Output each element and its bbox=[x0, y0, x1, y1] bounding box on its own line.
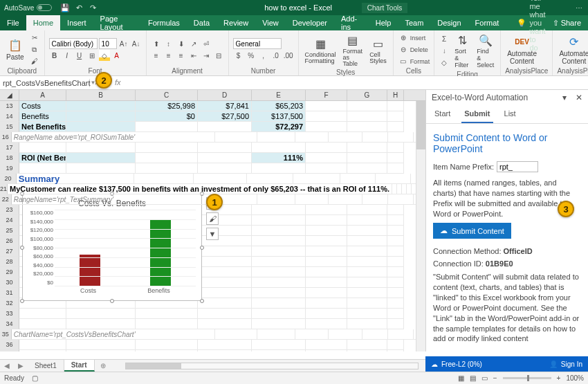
zoom-in-icon[interactable]: + bbox=[557, 374, 561, 382]
autosum-icon[interactable]: Σ bbox=[439, 34, 450, 45]
font-color-icon[interactable]: A bbox=[111, 50, 122, 61]
taskpane-close-icon[interactable]: ✕ bbox=[576, 93, 582, 102]
fill-color-icon[interactable]: ◇ bbox=[99, 50, 110, 61]
wrap-text-icon[interactable]: ⏎ bbox=[201, 38, 212, 49]
increase-decimal-icon[interactable]: .0 bbox=[270, 50, 282, 61]
fill-icon[interactable]: ↓ bbox=[439, 46, 450, 57]
plan-info[interactable]: ☁Free-L2 (0%) bbox=[431, 360, 482, 368]
decrease-decimal-icon[interactable]: .00 bbox=[283, 50, 294, 61]
chart-plot-area[interactable]: $160,000$140,000$120,000$100,000$80,000$… bbox=[23, 210, 201, 286]
shrink-font-icon[interactable]: A↓ bbox=[131, 38, 142, 49]
col-header[interactable]: F bbox=[306, 90, 347, 100]
col-header[interactable]: H bbox=[387, 90, 404, 100]
worksheet-area[interactable]: ◢ A B C D E F G H 13Costs$25,998$7,841$6… bbox=[0, 90, 425, 351]
comma-icon[interactable]: , bbox=[258, 50, 269, 61]
sort-filter-button[interactable]: ⇅Sort & Filter bbox=[452, 32, 472, 71]
view-page-layout-icon[interactable]: ▤ bbox=[470, 374, 476, 382]
sheet-tab-start[interactable]: Start bbox=[64, 360, 95, 372]
format-painter-icon[interactable]: 🖌 bbox=[29, 56, 40, 67]
prefix-input[interactable] bbox=[497, 161, 538, 172]
sheet-nav-next[interactable]: ▶ bbox=[14, 362, 28, 369]
grow-font-icon[interactable]: A↑ bbox=[118, 38, 129, 49]
chart-bar-costs[interactable] bbox=[80, 255, 100, 286]
align-middle-icon[interactable]: ↕ bbox=[163, 38, 174, 49]
zoom-level[interactable]: 100% bbox=[566, 374, 584, 382]
formula-input[interactable] bbox=[125, 79, 588, 87]
format-as-table-button[interactable]: ▤Format as Table bbox=[341, 32, 365, 68]
chart-filters-button[interactable]: ▼ bbox=[206, 228, 219, 240]
taskpane-menu-icon[interactable]: ▾ bbox=[562, 93, 567, 102]
percent-icon[interactable]: % bbox=[246, 50, 257, 61]
autosave-toggle[interactable]: AutoSave bbox=[0, 4, 56, 12]
tab-format[interactable]: Format bbox=[468, 15, 506, 30]
vertical-scrollbar[interactable] bbox=[416, 101, 425, 351]
format-cells-button[interactable]: ▭Format bbox=[398, 56, 430, 67]
tab-home[interactable]: Home bbox=[26, 15, 60, 30]
macro-record-icon[interactable]: ▢ bbox=[32, 374, 38, 382]
ribbon-options-icon[interactable]: ⋯ bbox=[570, 4, 588, 12]
merge-icon[interactable]: ⊟ bbox=[213, 50, 224, 61]
cut-icon[interactable]: ✂ bbox=[29, 33, 40, 44]
automate-content-button-1[interactable]: DEV AutomateContent bbox=[505, 33, 539, 66]
fx-icon[interactable]: fx bbox=[115, 78, 121, 87]
orientation-icon[interactable]: ↗ bbox=[188, 38, 199, 49]
copy-icon[interactable]: ⧉ bbox=[29, 44, 40, 55]
align-right-icon[interactable]: ≡ bbox=[176, 50, 187, 61]
clear-icon[interactable]: ◇ bbox=[439, 57, 450, 68]
underline-button[interactable]: U bbox=[74, 50, 85, 61]
number-format-select[interactable] bbox=[233, 38, 282, 49]
align-left-icon[interactable]: ≡ bbox=[151, 50, 162, 61]
align-center-icon[interactable]: ≡ bbox=[163, 50, 174, 61]
automate-content-button-2[interactable]: ⟳ AutomateContent bbox=[557, 33, 588, 66]
currency-icon[interactable]: $ bbox=[233, 50, 244, 61]
tab-help[interactable]: Help bbox=[369, 15, 398, 30]
view-normal-icon[interactable]: ▦ bbox=[458, 374, 464, 382]
tp-tab-list[interactable]: List bbox=[502, 105, 519, 123]
tab-design[interactable]: Design bbox=[430, 15, 468, 30]
zoom-out-icon[interactable]: − bbox=[493, 374, 497, 382]
view-page-break-icon[interactable]: ▭ bbox=[481, 374, 488, 382]
tab-review[interactable]: Review bbox=[217, 15, 255, 30]
col-header[interactable]: G bbox=[347, 90, 387, 100]
col-header[interactable]: E bbox=[252, 90, 306, 100]
decrease-indent-icon[interactable]: ⇤ bbox=[188, 50, 199, 61]
save-icon[interactable]: 💾 bbox=[60, 3, 70, 12]
tab-view[interactable]: View bbox=[255, 15, 286, 30]
tab-file[interactable]: File bbox=[0, 15, 26, 30]
chart-costs-vs-benefits[interactable]: Costs Vs. Benefits $160,000$140,000$120,… bbox=[22, 194, 202, 301]
align-top-icon[interactable]: ⬆ bbox=[151, 38, 162, 49]
redo-icon[interactable]: ↷ bbox=[88, 3, 98, 12]
tab-page-layout[interactable]: Page Layout bbox=[93, 15, 141, 30]
chart-styles-button[interactable]: 🖌 bbox=[206, 212, 219, 225]
align-bottom-icon[interactable]: ⬇ bbox=[176, 38, 187, 49]
tab-team[interactable]: Team bbox=[398, 15, 430, 30]
signin-button[interactable]: 👤Sign In bbox=[549, 360, 582, 368]
tab-developer[interactable]: Developer bbox=[286, 15, 334, 30]
sheet-nav-prev[interactable]: ◀ bbox=[0, 362, 14, 369]
insert-cells-button[interactable]: ⊕Insert bbox=[398, 33, 430, 44]
border-icon[interactable]: ⊞ bbox=[86, 50, 98, 61]
sheet-tab-sheet1[interactable]: Sheet1 bbox=[28, 360, 64, 372]
tp-tab-start[interactable]: Start bbox=[432, 105, 453, 123]
name-box[interactable]: rpt_CostsVsBenefitsChart▼ bbox=[0, 79, 90, 87]
paste-button[interactable]: 📋 Paste bbox=[4, 37, 26, 62]
add-sheet-button[interactable]: ⊕ bbox=[95, 362, 111, 369]
find-select-button[interactable]: 🔍Find & Select bbox=[475, 32, 496, 71]
col-header[interactable]: B bbox=[66, 90, 136, 100]
cell-styles-button[interactable]: ▭Cell Styles bbox=[367, 35, 389, 66]
col-header[interactable]: C bbox=[136, 90, 198, 100]
col-header[interactable]: A bbox=[19, 90, 66, 100]
tab-formulas[interactable]: Formulas bbox=[141, 15, 187, 30]
share-button[interactable]: ⇧ Share bbox=[546, 15, 588, 30]
tab-insert[interactable]: Insert bbox=[60, 15, 93, 30]
font-size-select[interactable] bbox=[99, 38, 117, 49]
submit-content-button[interactable]: ☁ Submit Content bbox=[433, 223, 511, 239]
bold-button[interactable]: B bbox=[49, 50, 60, 61]
font-family-select[interactable] bbox=[49, 38, 98, 49]
zoom-slider[interactable] bbox=[503, 377, 551, 379]
tab-data[interactable]: Data bbox=[187, 15, 217, 30]
increase-indent-icon[interactable]: ⇥ bbox=[201, 50, 212, 61]
tell-me-search[interactable]: 💡 Tell me what you want to do bbox=[506, 15, 545, 30]
undo-icon[interactable]: ↶ bbox=[74, 3, 84, 12]
tp-tab-submit[interactable]: Submit bbox=[461, 105, 493, 123]
